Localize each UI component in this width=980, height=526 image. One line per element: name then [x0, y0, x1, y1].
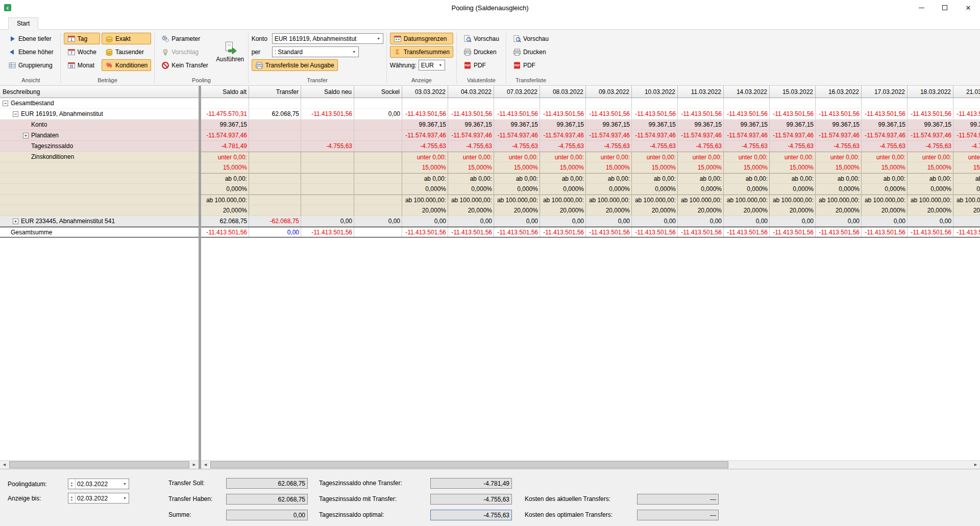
column-header-15-03-2022[interactable]: 15.03.2022	[770, 86, 816, 98]
scroll-left-icon[interactable]: ◀	[201, 461, 210, 469]
vorschlag-button[interactable]: Vorschlag	[158, 46, 211, 58]
grid-cell: unter 0,00:	[816, 152, 862, 162]
minimize-button[interactable]	[910, 0, 933, 15]
spinner-icon[interactable]: ▲▼	[68, 479, 76, 489]
value-row-cond-9[interactable]: ab 100.000,00:ab 100.000,00:ab 100.000,0…	[201, 195, 980, 205]
value-row-cond-6[interactable]: 15,000%15,000%15,000%15,000%15,000%15,00…	[201, 162, 980, 173]
grid-cell: -4.755,63	[678, 141, 724, 151]
column-header-17-03-2022[interactable]: 17.03.2022	[862, 86, 908, 98]
close-button[interactable]: ✕	[957, 0, 980, 15]
chevron-down-icon[interactable]: ▼	[350, 47, 358, 57]
value-row-plandaten[interactable]: -11.574.937,46-11.574.937,46-11.574.937,…	[201, 130, 980, 141]
expand-glyph-icon[interactable]: +	[23, 133, 29, 138]
tab-start[interactable]: Start	[8, 17, 38, 30]
column-header-saldo-neu[interactable]: Saldo neu	[301, 86, 354, 98]
column-header-sockel[interactable]: Sockel	[354, 86, 402, 98]
transferliste-drucken-button[interactable]: Drucken	[509, 46, 552, 58]
scrollbar-thumb[interactable]	[210, 461, 728, 468]
column-header-08-03-2022[interactable]: 08.03.2022	[540, 86, 586, 98]
tree-row-cond-7[interactable]	[0, 173, 199, 184]
maximize-button[interactable]	[933, 0, 957, 15]
column-header-04-03-2022[interactable]: 04.03.2022	[448, 86, 494, 98]
datumsgrenzen-toggle[interactable]: Datumsgrenzen	[390, 33, 453, 44]
scrollbar-track[interactable]	[210, 461, 971, 469]
tree-row-konto[interactable]: Konto	[0, 119, 199, 130]
chevron-down-icon[interactable]: ▼	[375, 34, 383, 43]
group-separator	[154, 33, 155, 83]
tausender-toggle[interactable]: Tausender	[102, 46, 151, 58]
column-header-saldo-alt[interactable]: Saldo alt	[201, 86, 249, 98]
chevron-down-icon[interactable]: ▼	[436, 60, 445, 70]
calendar-month-icon: 31	[67, 61, 76, 69]
column-header-09-03-2022[interactable]: 09.03.2022	[586, 86, 632, 98]
konto-select[interactable]: EUR 161919, Abnahmeinstitut ▼	[272, 33, 383, 44]
column-header-14-03-2022[interactable]: 14.03.2022	[724, 86, 770, 98]
chevron-down-icon[interactable]: ▼	[121, 479, 129, 489]
poolingdatum-input[interactable]: ▲▼ 02.03.2022 ▼	[68, 479, 129, 489]
expand-glyph-icon[interactable]: +	[13, 219, 18, 224]
tree-row-cond-8[interactable]	[0, 184, 199, 195]
values-hscrollbar[interactable]: ◀ ▶	[201, 460, 980, 469]
scroll-right-icon[interactable]: ▶	[971, 461, 980, 469]
ebene-hoeher-button[interactable]: Ebene höher	[5, 46, 57, 58]
exakt-toggle[interactable]: Exakt	[102, 33, 151, 44]
column-header-transfer[interactable]: Transfer	[249, 86, 301, 98]
scrollbar-thumb[interactable]	[9, 461, 189, 468]
scroll-right-icon[interactable]: ▶	[190, 461, 199, 469]
tree-row-plandaten[interactable]: +Plandaten	[0, 130, 199, 141]
valutenliste-vorschau-button[interactable]: Vorschau	[460, 33, 503, 44]
value-row-cond-10[interactable]: 20,000%20,000%20,000%20,000%20,000%20,00…	[201, 205, 980, 216]
valutenliste-pdf-button[interactable]: PDF PDF	[460, 59, 503, 71]
value-row-gesamtsumme[interactable]: -11.413.501,560,00-11.413.501,56-11.413.…	[201, 227, 980, 237]
woche-toggle[interactable]: 7 Woche	[64, 46, 100, 58]
ausfuehren-button[interactable]: Ausführen	[215, 33, 245, 71]
ebene-tiefer-button[interactable]: Ebene tiefer	[5, 33, 57, 44]
value-row-gesamtbestand[interactable]	[201, 98, 980, 109]
column-header-21-03-2022[interactable]: 21.03.2022	[953, 86, 980, 98]
column-header-07-03-2022[interactable]: 07.03.2022	[494, 86, 540, 98]
tree-row-cond-10[interactable]	[0, 205, 199, 216]
tree-row-eur-233445-abnahmeinstitut-541[interactable]: +EUR 233445, Abnahmeinstitut 541	[0, 216, 199, 227]
collapse-glyph-icon[interactable]: −	[13, 111, 18, 117]
value-row-konto[interactable]: 99.367,1599.367,1599.367,1599.367,1599.3…	[201, 119, 980, 130]
tree-row-cond-6[interactable]	[0, 162, 199, 173]
column-header-18-03-2022[interactable]: 18.03.2022	[908, 86, 953, 98]
per-select[interactable]: : Standard ▼	[272, 46, 359, 57]
column-header-10-03-2022[interactable]: 10.03.2022	[632, 86, 678, 98]
tree-row-gesamtsumme[interactable]: Gesamtsumme	[0, 227, 199, 237]
transferliste-bei-ausgabe-toggle[interactable]: Transferliste bei Ausgabe	[252, 59, 338, 71]
tree-row-cond-9[interactable]	[0, 195, 199, 205]
konditionen-toggle[interactable]: % Konditionen	[102, 59, 151, 71]
collapse-glyph-icon[interactable]: −	[3, 101, 8, 106]
description-column-header[interactable]: Beschreibung	[3, 88, 40, 95]
parameter-button[interactable]: Parameter	[158, 33, 211, 44]
scroll-left-icon[interactable]: ◀	[0, 461, 9, 469]
column-header-11-03-2022[interactable]: 11.03.2022	[678, 86, 724, 98]
value-row-eur-161919-abnahmeinstitut[interactable]: -11.475.570,3162.068,75-11.413.501,560,0…	[201, 109, 980, 119]
tag-toggle[interactable]: 1 Tag	[64, 33, 100, 44]
tree-row-zinskonditionen[interactable]: Zinskonditionen	[0, 152, 199, 162]
transferliste-pdf-button[interactable]: PDF PDF	[509, 59, 552, 71]
value-row-tageszinssaldo[interactable]: -4.781,49-4.755,63-4.755,63-4.755,63-4.7…	[201, 141, 980, 152]
scrollbar-track[interactable]	[9, 461, 190, 469]
transferliste-vorschau-button[interactable]: Vorschau	[509, 33, 552, 44]
tree-row-eur-161919-abnahmeinstitut[interactable]: −EUR 161919, Abnahmeinstitut	[0, 109, 199, 119]
monat-toggle[interactable]: 31 Monat	[64, 59, 100, 71]
column-header-16-03-2022[interactable]: 16.03.2022	[816, 86, 862, 98]
value-row-cond-7[interactable]: ab 0,00:ab 0,00:ab 0,00:ab 0,00:ab 0,00:…	[201, 173, 980, 184]
spinner-icon[interactable]: ▲▼	[68, 493, 76, 503]
transfersummen-toggle[interactable]: Σ Transfersummen	[390, 46, 453, 58]
tree-row-tageszinssaldo[interactable]: Tageszinssaldo	[0, 141, 199, 152]
tree-row-gesamtbestand[interactable]: −Gesamtbestand	[0, 98, 199, 109]
waehrung-select[interactable]: EUR ▼	[419, 60, 445, 70]
gruppierung-button[interactable]: Gruppierung	[5, 59, 57, 71]
anzeige-bis-input[interactable]: ▲▼ 02.03.2022 ▼	[68, 493, 129, 504]
chevron-down-icon[interactable]: ▼	[121, 493, 129, 503]
value-row-cond-8[interactable]: 0,000%0,000%0,000%0,000%0,000%0,000%0,00…	[201, 184, 980, 195]
description-hscrollbar[interactable]: ◀ ▶	[0, 460, 199, 469]
valutenliste-drucken-button[interactable]: Drucken	[460, 46, 503, 58]
value-row-zinskonditionen[interactable]: unter 0,00:unter 0,00:unter 0,00:unter 0…	[201, 152, 980, 162]
kein-transfer-button[interactable]: Kein Transfer	[158, 59, 211, 71]
column-header-03-03-2022[interactable]: 03.03.2022	[402, 86, 448, 98]
value-row-eur-233445-abnahmeinstitut-541[interactable]: 62.068,75-62.068,750,000,000,000,000,000…	[201, 216, 980, 227]
